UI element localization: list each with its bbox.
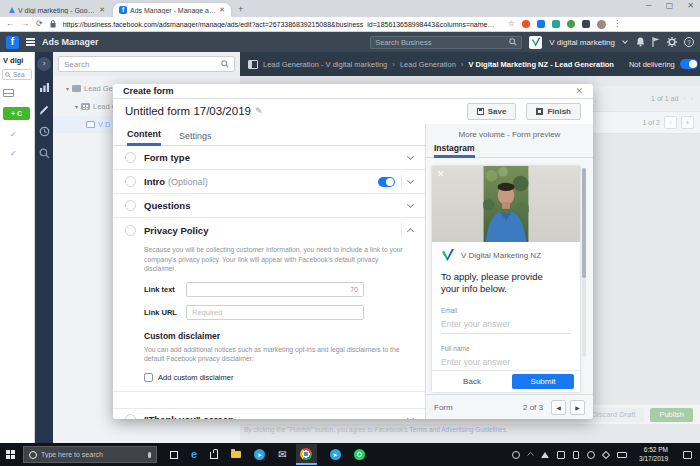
chrome-icon-active[interactable]: [296, 444, 317, 465]
network-icon[interactable]: [541, 452, 549, 458]
extension-icon[interactable]: [522, 20, 530, 28]
action-center-icon[interactable]: [683, 451, 692, 459]
performance-chart-icon[interactable]: [39, 82, 50, 93]
maximize-button[interactable]: ▢: [666, 1, 674, 10]
breadcrumb-campaign[interactable]: Lead Generation - V digital marketing: [263, 60, 387, 69]
microphone-icon[interactable]: [148, 452, 151, 458]
section-privacy-policy[interactable]: Privacy Policy: [113, 218, 425, 242]
taskbar-search-input[interactable]: Type here to search: [23, 446, 157, 463]
minimize-button[interactable]: ─: [646, 1, 652, 10]
chevron-down-icon[interactable]: [622, 38, 628, 44]
custom-disclaimer-checkbox-row[interactable]: Add custom disclaimer: [144, 373, 413, 382]
help-icon[interactable]: ?: [684, 37, 694, 47]
settings-gear-icon[interactable]: [667, 37, 677, 47]
close-button[interactable]: ✕: [687, 1, 694, 10]
search-icon[interactable]: [39, 148, 50, 159]
display-icon[interactable]: [557, 451, 565, 459]
full-name-answer-input[interactable]: Enter your answer: [441, 357, 571, 371]
modal-close-icon[interactable]: ✕: [575, 86, 583, 96]
chevron-down-icon[interactable]: [407, 201, 414, 208]
save-button[interactable]: Save: [467, 103, 517, 120]
section-form-type[interactable]: Form type: [113, 146, 425, 170]
browser-tab-google-ads[interactable]: V digi marketing - Google Ads ✕: [3, 3, 111, 17]
tab-content[interactable]: Content: [127, 129, 161, 146]
whatsapp-icon[interactable]: [354, 449, 365, 460]
profile-avatar[interactable]: [597, 20, 606, 29]
row-checkmark-icon[interactable]: ✓: [10, 150, 34, 158]
browser-menu-icon[interactable]: ⋮: [613, 20, 621, 28]
task-view-icon[interactable]: [170, 451, 178, 459]
extension-icon[interactable]: [582, 20, 590, 28]
forward-button[interactable]: →: [21, 20, 29, 28]
create-button[interactable]: + C: [3, 107, 30, 120]
edge-browser-icon[interactable]: e: [191, 449, 197, 460]
campaign-search-input[interactable]: Sea: [2, 69, 32, 80]
hidden-icons-chevron[interactable]: [527, 452, 534, 459]
prev-form-page-button[interactable]: ◀: [551, 400, 566, 415]
chevron-down-icon[interactable]: [407, 153, 414, 160]
edit-pencil-icon[interactable]: [39, 104, 50, 115]
chevron-up-icon[interactable]: [407, 228, 414, 235]
tab-settings[interactable]: Settings: [179, 131, 212, 145]
tab-close-icon[interactable]: ✕: [219, 6, 225, 14]
microsoft-store-icon[interactable]: [210, 452, 218, 459]
section-questions[interactable]: Questions: [113, 194, 425, 218]
taskbar-clock[interactable]: 6:52 PM 3/17/2019: [639, 446, 668, 464]
link-url-input[interactable]: Required: [186, 305, 364, 320]
windows-start-button[interactable]: [6, 450, 15, 459]
people-tray-icon[interactable]: [512, 451, 520, 459]
panel-layout-icon[interactable]: [248, 60, 258, 69]
edit-name-pencil-icon[interactable]: ✎: [255, 106, 263, 116]
preview-close-icon[interactable]: ✕: [437, 169, 445, 179]
account-short-label[interactable]: V digi: [0, 52, 34, 67]
finish-button[interactable]: Finish: [526, 103, 581, 120]
browser-tab-ads-manager[interactable]: f Ads Manager - Manage ads - A... ✕: [113, 3, 231, 17]
columns-icon[interactable]: [3, 89, 14, 97]
tree-search-input[interactable]: Search: [58, 56, 235, 72]
hamburger-menu-icon[interactable]: [26, 38, 35, 39]
email-answer-input[interactable]: Enter your answer: [441, 319, 571, 334]
checkbox[interactable]: [144, 373, 153, 382]
volume-icon[interactable]: [573, 451, 579, 459]
collapse-panel-button[interactable]: ›: [37, 57, 51, 71]
next-form-page-button[interactable]: ▶: [570, 400, 585, 415]
account-name[interactable]: V digital marketing: [549, 38, 615, 47]
history-clock-icon[interactable]: [39, 126, 50, 137]
telegram-icon[interactable]: ➤: [254, 449, 265, 460]
section-intro[interactable]: Intro (Optional): [113, 170, 425, 194]
business-avatar[interactable]: [529, 36, 542, 49]
section-thank-you[interactable]: "Thank you" screen: [113, 408, 425, 419]
business-search-input[interactable]: Search Business: [370, 36, 522, 49]
custom-disclaimer-title: Custom disclaimer: [144, 331, 413, 341]
security-shield-icon[interactable]: [587, 451, 595, 459]
notifications-bell-icon[interactable]: [636, 37, 645, 47]
intro-toggle[interactable]: [378, 177, 395, 187]
tab-instagram[interactable]: Instagram: [434, 143, 475, 158]
scrollbar-thumb[interactable]: [582, 168, 586, 278]
submit-button[interactable]: Submit: [512, 374, 574, 389]
breadcrumb-adset[interactable]: Lead Generation: [400, 60, 456, 69]
bookmark-star-icon[interactable]: ☆: [508, 20, 515, 28]
address-bar[interactable]: https://business.facebook.com/adsmanager…: [63, 21, 501, 28]
flag-icon[interactable]: [652, 37, 660, 47]
back-button[interactable]: Back: [432, 377, 512, 386]
chevron-down-icon[interactable]: [407, 177, 414, 184]
new-tab-button[interactable]: +: [238, 4, 243, 14]
chevron-down-icon[interactable]: [407, 415, 414, 419]
link-text-input[interactable]: 70: [186, 282, 364, 297]
mail-icon[interactable]: ✉: [278, 450, 286, 460]
back-button[interactable]: ←: [6, 20, 14, 28]
extension-icon[interactable]: [552, 20, 560, 28]
facebook-extension-icon[interactable]: [537, 20, 545, 28]
extension-icon[interactable]: [567, 20, 575, 28]
pen-icon[interactable]: [602, 450, 610, 458]
tab-close-icon[interactable]: ✕: [99, 6, 105, 14]
preview-scrollbar[interactable]: [582, 168, 586, 357]
facebook-logo[interactable]: f: [6, 36, 19, 49]
reload-button[interactable]: ⟳: [36, 20, 43, 28]
file-explorer-icon[interactable]: [231, 451, 241, 458]
messenger-icon[interactable]: ➤: [330, 449, 341, 460]
keyboard-icon[interactable]: [617, 452, 627, 458]
row-checkmark-icon[interactable]: ✓: [10, 131, 34, 139]
ad-active-toggle[interactable]: [680, 59, 698, 69]
